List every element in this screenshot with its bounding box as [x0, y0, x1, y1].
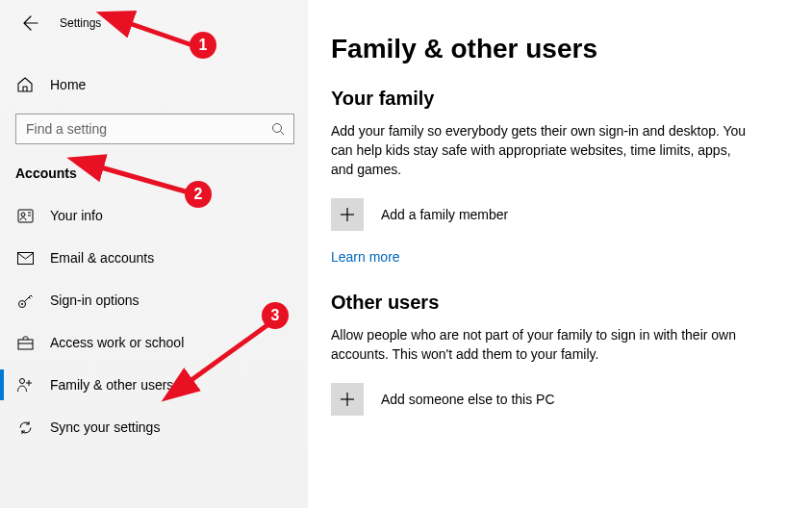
- nav-label: Access work or school: [50, 335, 184, 350]
- annotation-badge-1: 1: [190, 32, 216, 59]
- sync-icon: [15, 418, 35, 437]
- home-icon: [15, 75, 35, 94]
- user-icon: [15, 206, 35, 225]
- search-container: [0, 104, 308, 144]
- add-family-label: Add a family member: [381, 207, 508, 222]
- family-heading: Your family: [331, 88, 770, 110]
- back-arrow-icon: [23, 15, 38, 31]
- plus-icon: [331, 198, 364, 231]
- family-icon: [15, 375, 35, 394]
- svg-rect-9: [18, 340, 33, 349]
- nav-label: Email & accounts: [50, 250, 154, 266]
- nav-your-info[interactable]: Your info: [0, 194, 308, 237]
- search-box[interactable]: [15, 114, 294, 144]
- annotation-badge-3: 3: [262, 302, 289, 329]
- annotation-badge-2: 2: [185, 181, 212, 208]
- svg-point-11: [20, 379, 25, 384]
- add-family-member-button[interactable]: Add a family member: [331, 198, 770, 231]
- content-area: Family & other users Your family Add you…: [308, 0, 812, 508]
- title-bar: Settings: [0, 0, 308, 46]
- learn-more-link[interactable]: Learn more: [331, 249, 400, 265]
- svg-point-8: [21, 303, 23, 305]
- page-title: Family & other users: [331, 34, 770, 64]
- mail-icon: [15, 248, 35, 267]
- home-label: Home: [50, 77, 86, 92]
- back-button[interactable]: [15, 8, 46, 38]
- sidebar: Settings Home Accounts Your info: [0, 0, 308, 508]
- family-description: Add your family so everybody gets their …: [331, 121, 754, 179]
- briefcase-icon: [15, 333, 35, 352]
- nav-label: Sync your settings: [50, 419, 160, 435]
- nav-list: Your info Email & accounts Sign-in optio…: [0, 194, 308, 448]
- other-users-heading: Other users: [331, 292, 770, 314]
- key-icon: [15, 291, 35, 310]
- nav-work-school[interactable]: Access work or school: [0, 321, 308, 364]
- nav-label: Your info: [50, 208, 103, 223]
- nav-label: Family & other users: [50, 377, 173, 393]
- svg-point-3: [21, 213, 25, 216]
- nav-sync[interactable]: Sync your settings: [0, 406, 308, 448]
- nav-label: Sign-in options: [50, 292, 140, 308]
- svg-point-0: [273, 124, 282, 133]
- nav-email-accounts[interactable]: Email & accounts: [0, 237, 308, 279]
- category-heading: Accounts: [0, 144, 308, 185]
- other-users-description: Allow people who are not part of your fa…: [331, 325, 754, 364]
- plus-icon: [331, 383, 364, 416]
- window-title: Settings: [60, 16, 101, 30]
- home-button[interactable]: Home: [0, 65, 308, 104]
- search-icon: [270, 121, 286, 137]
- svg-line-1: [281, 132, 285, 136]
- add-other-label: Add someone else to this PC: [381, 392, 555, 407]
- nav-family-users[interactable]: Family & other users: [0, 364, 308, 406]
- add-other-user-button[interactable]: Add someone else to this PC: [331, 383, 770, 416]
- search-input[interactable]: [16, 114, 259, 143]
- settings-window: Settings Home Accounts Your info: [0, 0, 812, 508]
